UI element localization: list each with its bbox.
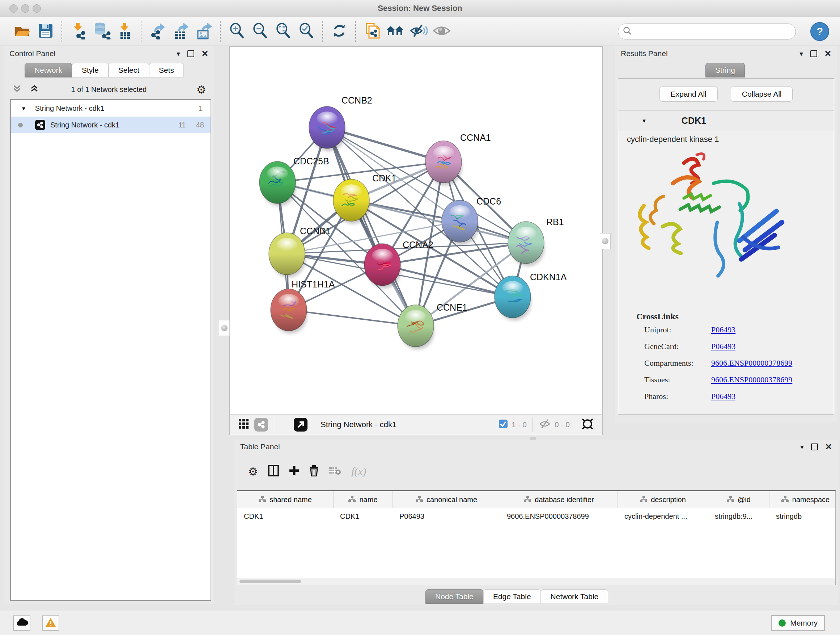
export-image-button[interactable] — [193, 20, 216, 43]
network-node-CCNA1[interactable]: CCNA1 — [425, 133, 491, 185]
panel-menu-icon[interactable]: ▾ — [800, 443, 804, 450]
network-node-CDK1[interactable]: CDK1 — [333, 173, 396, 224]
network-edge[interactable] — [327, 127, 416, 326]
protein-header-row[interactable]: ▼ CDK1 — [618, 111, 834, 131]
tab-select[interactable]: Select — [109, 63, 149, 78]
show-columns-icon[interactable] — [268, 465, 279, 478]
network-node-CDC25B[interactable]: CDC25B — [259, 156, 329, 206]
network-options-gear-icon[interactable]: ⚙ — [196, 83, 206, 96]
network-node-CCNE1[interactable]: CCNE1 — [398, 302, 467, 349]
memory-button[interactable]: Memory — [771, 615, 825, 631]
crosslink-link[interactable]: P06493 — [711, 325, 736, 334]
selected-checkbox-icon[interactable] — [499, 419, 508, 430]
hidden-eye-icon[interactable] — [538, 418, 551, 431]
panel-float-icon[interactable] — [810, 50, 817, 57]
import-network-button[interactable] — [67, 20, 90, 43]
detach-view-button[interactable] — [294, 418, 308, 432]
column-header-namespace[interactable]: namespace — [769, 491, 836, 508]
network-node-CCNB2[interactable]: CCNB2 — [309, 95, 372, 151]
panel-close-icon[interactable]: ✕ — [824, 50, 831, 58]
column-header-database-identifier[interactable]: database identifier — [500, 491, 618, 508]
column-header-name[interactable]: name — [333, 491, 393, 508]
collapse-triangle-icon[interactable]: ▼ — [641, 118, 647, 124]
help-button[interactable]: ? — [810, 22, 829, 41]
table-cell[interactable]: CDK1 — [237, 508, 333, 524]
toolbar-divider — [274, 417, 274, 432]
export-table-button[interactable] — [169, 20, 193, 43]
table-cell[interactable]: stringdb — [769, 508, 836, 524]
delete-column-trash-icon[interactable] — [309, 465, 319, 478]
cloud-icon — [16, 618, 28, 629]
import-network-database-button[interactable] — [90, 20, 113, 43]
search-input[interactable] — [632, 27, 791, 36]
home-pages-button[interactable] — [384, 20, 407, 43]
panel-menu-icon[interactable]: ▾ — [799, 50, 803, 57]
hide-panels-button[interactable] — [407, 20, 430, 43]
zoom-selected-button[interactable] — [295, 20, 318, 43]
save-session-button[interactable] — [34, 20, 57, 43]
share-view-icon[interactable] — [254, 418, 268, 432]
network-tree-item-row[interactable]: String Network - cdk1 11 48 — [11, 117, 210, 133]
left-splitter-handle[interactable] — [219, 320, 230, 336]
tab-network-table[interactable]: Network Table — [541, 589, 608, 604]
birdseye-crosshair-icon[interactable] — [581, 417, 594, 432]
network-node-CDC6[interactable]: CDC6 — [442, 196, 501, 245]
crosslink-link[interactable]: P06493 — [711, 392, 736, 401]
table-row[interactable]: CDK1CDK1P064939606.ENSP00000378699cyclin… — [237, 508, 835, 524]
horizontal-scrollbar[interactable] — [237, 578, 835, 585]
tab-network[interactable]: Network — [25, 63, 72, 78]
right-splitter-handle[interactable] — [600, 233, 611, 249]
zoom-fit-button[interactable] — [272, 20, 295, 43]
tab-style[interactable]: Style — [72, 63, 109, 78]
zoom-out-button[interactable] — [248, 20, 272, 43]
scrollbar-thumb[interactable] — [240, 580, 301, 583]
import-string-network-button[interactable] — [361, 20, 384, 43]
column-header-description[interactable]: description — [618, 491, 708, 508]
panel-float-icon[interactable] — [811, 443, 818, 450]
node-label: CCNB1 — [300, 226, 331, 236]
bottom-splitter-handle[interactable] — [530, 437, 536, 440]
collapse-all-button[interactable]: Collapse All — [731, 87, 793, 102]
export-network-button[interactable] — [146, 20, 169, 43]
panel-close-icon[interactable]: ✕ — [825, 443, 832, 451]
refresh-layout-button[interactable] — [328, 20, 351, 43]
table-cell[interactable]: stringdb:9... — [708, 508, 769, 524]
crosslink-link[interactable]: 9606.ENSP00000378699 — [711, 358, 792, 368]
tab-node-table[interactable]: Node Table — [425, 589, 483, 604]
warnings-button[interactable] — [42, 616, 59, 631]
panel-menu-icon[interactable]: ▾ — [177, 50, 180, 57]
network-view[interactable]: CCNB2CCNA1CDC25BCDK1CDC6RB1CCNB1CCNA2CDK… — [229, 46, 603, 435]
add-column-icon[interactable] — [289, 465, 299, 478]
table-cell[interactable]: cyclin-dependent ... — [618, 508, 708, 524]
network-node-CDKN1A[interactable]: CDKN1A — [494, 272, 567, 320]
column-header-shared-name[interactable]: shared name — [237, 491, 333, 508]
panel-float-icon[interactable] — [187, 50, 194, 57]
show-panels-button[interactable] — [430, 20, 453, 43]
table-options-gear-icon[interactable]: ⚙ — [248, 465, 258, 478]
network-edge[interactable] — [289, 310, 416, 326]
network-tree-root-row[interactable]: ▼ String Network - cdk1 1 — [11, 100, 210, 117]
panel-close-icon[interactable]: ✕ — [202, 50, 208, 58]
expand-all-button[interactable]: Expand All — [660, 87, 718, 102]
zoom-in-button[interactable] — [225, 20, 248, 43]
network-node-HIST1H1A[interactable]: HIST1H1A — [271, 279, 335, 333]
collapse-triangle-icon[interactable]: ▼ — [21, 105, 27, 111]
column-header--id[interactable]: @id — [708, 491, 769, 508]
column-header-canonical-name[interactable]: canonical name — [393, 491, 500, 508]
tab-sets[interactable]: Sets — [149, 63, 184, 78]
table-cell[interactable]: CDK1 — [333, 508, 393, 524]
grid-view-icon[interactable] — [238, 418, 249, 431]
crosslink-link[interactable]: P06493 — [711, 342, 736, 351]
tab-edge-table[interactable]: Edge Table — [483, 589, 541, 604]
tab-string[interactable]: String — [706, 63, 745, 78]
crosslink-link[interactable]: 9606.ENSP00000378699 — [711, 375, 792, 385]
search-field[interactable] — [618, 24, 796, 40]
network-canvas[interactable]: CCNB2CCNA1CDC25BCDK1CDC6RB1CCNB1CCNA2CDK… — [230, 47, 602, 415]
table-cell[interactable]: 9606.ENSP00000378699 — [500, 508, 618, 524]
open-session-button[interactable] — [11, 20, 34, 43]
node-label: CCNA2 — [403, 240, 433, 250]
table-cell[interactable]: P06493 — [393, 508, 500, 524]
cloud-status-button[interactable] — [13, 616, 30, 631]
import-table-button[interactable] — [113, 20, 136, 43]
network-node-RB1[interactable]: RB1 — [508, 217, 564, 266]
